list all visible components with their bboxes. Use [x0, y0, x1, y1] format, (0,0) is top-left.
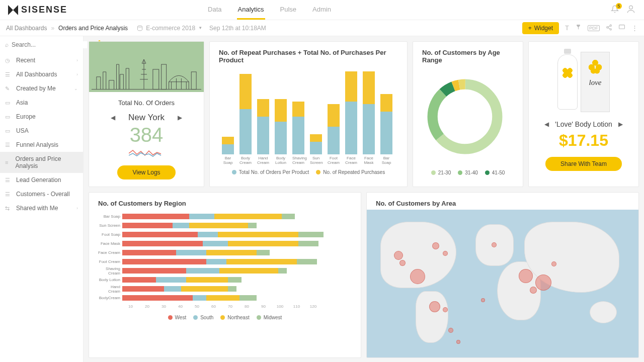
clock-icon: ◷: [5, 57, 12, 64]
breadcrumb-root[interactable]: All Dashboards: [6, 25, 47, 32]
svg-point-3: [607, 26, 608, 28]
card-product-spotlight: ◀ 'Love' Body Lotion ▶ $17.15 Share With…: [528, 41, 639, 187]
person-icon: ✎: [5, 85, 12, 92]
tab-pulse[interactable]: Pulse: [279, 1, 298, 20]
skyline-image: [89, 42, 204, 92]
view-logs-button[interactable]: View Logs: [117, 165, 175, 179]
more-icon[interactable]: ⋮: [631, 24, 638, 32]
user-menu-icon[interactable]: [626, 4, 636, 16]
stacked-bar-chart: [219, 69, 398, 154]
sidebar-item-lead-generation[interactable]: ☰Lead Generation: [0, 173, 83, 187]
sub-toolbar: All Dashboards » Orders and Price Analys…: [0, 20, 644, 36]
search-row: ⌕ ☰ + ⋮: [0, 36, 83, 53]
sidebar: ⌕ ☰ + ⋮ ◷Recent› ☰All Dashboards› ✎Creat…: [0, 36, 84, 362]
share-with-team-button[interactable]: Share With Team: [545, 157, 622, 171]
next-city-icon[interactable]: ▶: [178, 114, 182, 121]
sidebar-recent[interactable]: ◷Recent›: [0, 53, 83, 67]
nav-tabs: Data Analytics Pulse Admin: [207, 1, 332, 20]
folder-icon: ▭: [5, 128, 12, 134]
folder-icon: ▭: [5, 100, 12, 106]
card-total-orders: Total No. Of Orders ◀ New York ▶ 384 Vie…: [89, 41, 204, 187]
sidebar-item-orders-and-price-analysis[interactable]: ≡Orders and Price Analysis: [0, 152, 83, 173]
product-image: [538, 47, 629, 117]
chevron-down-icon: ⌄: [74, 86, 78, 91]
top-nav: SISENSE Data Analytics Pulse Admin 5: [0, 0, 644, 20]
card-customers-by-region: No. of Customers by Region Bar SoapSun S…: [89, 192, 361, 358]
svg-rect-7: [162, 64, 167, 89]
text-tool-icon[interactable]: T: [565, 24, 569, 32]
svg-point-1: [138, 26, 142, 27]
donut-chart: [422, 74, 508, 159]
tab-admin[interactable]: Admin: [311, 1, 332, 20]
tab-analytics[interactable]: Analytics: [237, 1, 265, 20]
card-title: Total No. Of Orders: [118, 99, 175, 107]
sidebar-shared-with-me[interactable]: ⇆Shared with Me›: [0, 201, 83, 215]
card-purchases-per-product: No. of Repeat Purchases + Total No. of P…: [209, 41, 408, 187]
search-input[interactable]: [12, 41, 87, 48]
folder-icon: ≡: [5, 159, 12, 165]
card-customers-by-area: No. of Customers by Area: [366, 192, 639, 358]
sidebar-all-dashboards[interactable]: ☰All Dashboards›: [0, 67, 83, 81]
svg-point-0: [629, 6, 633, 9]
notifications-icon[interactable]: 5: [611, 5, 619, 15]
legend-dot-icon: [232, 170, 236, 174]
dataset-selector[interactable]: E-commerce 2018 ▼: [137, 25, 202, 32]
sidebar-item-asia[interactable]: ▭Asia: [0, 96, 83, 110]
filter-icon[interactable]: [575, 24, 582, 32]
notification-badge: 5: [616, 3, 622, 9]
folder-icon: ☰: [5, 177, 12, 184]
world-map[interactable]: [367, 210, 638, 357]
sparkline: [129, 148, 164, 158]
card-customers-by-age: No. of Customers by Age Range 21-30 31-4…: [413, 41, 523, 187]
product-price: $17.15: [559, 131, 608, 150]
breadcrumb-current: Orders and Price Analysis: [58, 25, 128, 32]
svg-rect-6: [153, 69, 159, 89]
tab-data[interactable]: Data: [207, 1, 222, 20]
logo[interactable]: SISENSE: [8, 5, 67, 15]
legend-dot-icon: [316, 170, 320, 174]
share-icon: ⇆: [5, 205, 12, 212]
logo-icon: [8, 5, 18, 15]
svg-point-2: [610, 25, 611, 26]
folder-icon: ▭: [5, 114, 12, 120]
present-icon[interactable]: [618, 24, 625, 32]
sidebar-item-usa[interactable]: ▭USA: [0, 124, 83, 138]
search-icon: ⌕: [5, 41, 9, 48]
next-product-icon[interactable]: ▶: [618, 121, 623, 128]
product-name: 'Love' Body Lotion: [555, 120, 612, 128]
orders-value: 384: [130, 124, 164, 146]
prev-product-icon[interactable]: ◀: [544, 121, 549, 128]
card-title: No. of Customers by Region: [98, 200, 352, 207]
list-icon: ☰: [5, 71, 12, 78]
city-name: New York: [128, 113, 165, 123]
folder-icon: ☰: [5, 142, 12, 148]
svg-point-4: [610, 28, 611, 30]
last-updated: Sep 12th at 10:18AM: [209, 25, 266, 32]
card-title: No. of Customers by Age Range: [422, 49, 514, 64]
sidebar-created-by-me[interactable]: ✎Created by Me⌄: [0, 81, 83, 96]
sidebar-item-customers---overall[interactable]: ☰Customers - Overall: [0, 187, 83, 201]
card-title: No. of Repeat Purchases + Total No. of P…: [219, 49, 398, 64]
sidebar-item-europe[interactable]: ▭Europe: [0, 110, 83, 124]
folder-icon: ☰: [5, 191, 12, 198]
dashboard-content: Total No. Of Orders ◀ New York ▶ 384 Vie…: [84, 36, 644, 362]
sidebar-item-funnel-analysis[interactable]: ☰Funnel Analysis: [0, 138, 83, 152]
pdf-icon[interactable]: PDF: [588, 25, 600, 31]
share-icon[interactable]: [606, 24, 612, 32]
add-widget-button[interactable]: +Widget: [522, 22, 559, 34]
card-title: No. of Customers by Area: [376, 200, 629, 207]
svg-rect-5: [619, 25, 625, 29]
svg-rect-8: [191, 72, 196, 89]
horizontal-bar-chart: Bar SoapSun ScreenFoot SoapFace MaskFace…: [98, 212, 352, 302]
prev-city-icon[interactable]: ◀: [111, 114, 115, 121]
